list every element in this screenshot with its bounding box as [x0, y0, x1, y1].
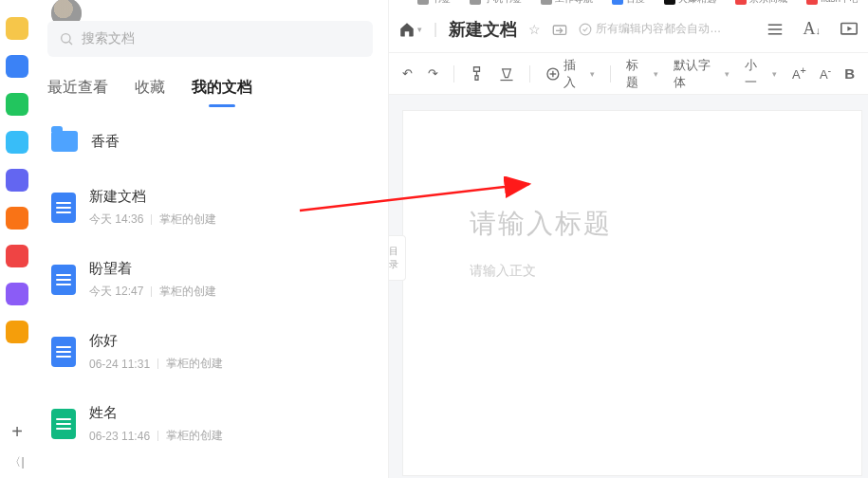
- doc-title: 姓名: [89, 404, 223, 422]
- meta-sep: [157, 358, 158, 369]
- doc-icon: [51, 337, 76, 367]
- editor-toolbar: ↶ ↷ 插入▾ 标题▾ 默认字体▾ 小一▾ A+ A- B: [389, 53, 868, 95]
- outline-tab[interactable]: 目 录: [389, 235, 406, 281]
- check-circle-icon: [579, 23, 592, 36]
- tool-sep: [453, 65, 454, 83]
- svg-point-4: [580, 24, 591, 35]
- doc-icon: [51, 193, 76, 223]
- font-increase-button[interactable]: A+: [792, 64, 806, 82]
- rail-icon-9[interactable]: [6, 321, 28, 343]
- rail-icon-4[interactable]: [6, 131, 28, 154]
- font-style-icon[interactable]: A↓: [803, 19, 822, 39]
- doc-meta: 今天 14:36 掌柜的创建: [89, 211, 216, 228]
- chevron-down-icon: ▾: [417, 25, 422, 34]
- rail-icon-3[interactable]: [6, 93, 28, 116]
- doc-time: 今天 12:47: [89, 284, 143, 300]
- doc-text: 你好 06-24 11:31 掌柜的创建: [89, 332, 223, 372]
- star-icon[interactable]: ☆: [528, 22, 541, 37]
- doc-icon: [51, 409, 76, 439]
- doc-by: 掌柜的创建: [159, 284, 216, 300]
- rail-icon-6[interactable]: [6, 207, 28, 230]
- autosave-status: 所有编辑内容都会自动…: [579, 21, 721, 37]
- rail-bottom: + 〈|: [0, 421, 34, 470]
- doc-time: 今天 14:36: [89, 211, 143, 228]
- font-select[interactable]: 默认字体▾: [674, 57, 729, 91]
- doc-row[interactable]: 你好 06-24 11:31 掌柜的创建: [47, 322, 388, 381]
- rail-icon-1[interactable]: [6, 17, 28, 40]
- sidebar: 搜索文档 最近查看 收藏 我的文档 香香 新建文档 今天 14:36 掌柜的创建: [38, 0, 389, 478]
- svg-marker-9: [847, 26, 852, 30]
- editor-doc-title[interactable]: 新建文档: [449, 18, 517, 41]
- search-icon: [59, 31, 74, 46]
- present-icon[interactable]: [840, 21, 859, 38]
- tool-sep: [529, 65, 530, 83]
- doc-text: 姓名 06-23 11:46 掌柜的创建: [89, 404, 223, 444]
- tab-recent[interactable]: 最近查看: [47, 78, 108, 103]
- editor-page[interactable]: 请输入标题 请输入正文: [402, 110, 862, 476]
- title-sep: |: [434, 21, 437, 38]
- doc-text: 新建文档 今天 14:36 掌柜的创建: [89, 188, 216, 228]
- title-right-actions: A↓: [766, 19, 859, 39]
- file-list: 香香 新建文档 今天 14:36 掌柜的创建 盼望着 今天 12:47 掌柜: [47, 121, 388, 478]
- doc-meta: 06-24 11:31 掌柜的创建: [89, 356, 223, 372]
- doc-by: 掌柜的创建: [166, 356, 223, 372]
- editor-canvas-wrap: 目 录 请输入标题 请输入正文: [389, 95, 868, 478]
- move-icon[interactable]: [552, 23, 567, 36]
- heading-select[interactable]: 标题▾: [626, 57, 658, 91]
- title-actions: ☆ 所有编辑内容都会自动…: [528, 21, 721, 37]
- title-placeholder[interactable]: 请输入标题: [470, 206, 795, 242]
- doc-title: 你好: [89, 332, 223, 350]
- svg-point-0: [62, 34, 70, 43]
- tool-sep: [610, 65, 611, 83]
- folder-row[interactable]: 香香: [47, 121, 388, 161]
- body-placeholder[interactable]: 请输入正文: [470, 263, 795, 280]
- doc-meta: 今天 12:47 掌柜的创建: [89, 284, 216, 300]
- insert-button[interactable]: 插入▾: [545, 57, 595, 91]
- bold-button[interactable]: B: [844, 65, 855, 82]
- doc-time: 06-24 11:31: [89, 358, 150, 371]
- editor-title-row: ▾ | 新建文档 ☆ 所有编辑内容都会自动… A↓: [389, 6, 868, 53]
- svg-line-1: [69, 42, 72, 45]
- meta-sep: [151, 214, 152, 225]
- tab-favorite[interactable]: 收藏: [135, 78, 165, 103]
- home-button[interactable]: ▾: [398, 21, 422, 38]
- size-select[interactable]: 小一▾: [745, 57, 777, 91]
- redo-button[interactable]: ↷: [428, 66, 438, 81]
- doc-row[interactable]: 盼望着 今天 12:47 掌柜的创建: [47, 250, 388, 309]
- doc-row[interactable]: 姓名 06-23 11:46 掌柜的创建: [47, 395, 388, 453]
- doc-title: 盼望着: [89, 260, 216, 278]
- undo-button[interactable]: ↶: [402, 66, 413, 81]
- tab-mydocs[interactable]: 我的文档: [192, 78, 252, 103]
- doc-text: 盼望着 今天 12:47 掌柜的创建: [89, 260, 216, 300]
- sidebar-tabs: 最近查看 收藏 我的文档: [47, 78, 373, 113]
- collapse-icon[interactable]: 〈|: [9, 454, 24, 470]
- format-painter-button[interactable]: [470, 65, 484, 82]
- menu-icon[interactable]: [766, 22, 785, 37]
- meta-sep: [151, 286, 152, 297]
- doc-meta: 06-23 11:46 掌柜的创建: [89, 428, 223, 444]
- rail-icon-7[interactable]: [6, 245, 28, 267]
- toolbar-right: A+ A- B: [792, 64, 855, 82]
- doc-icon: [51, 265, 76, 295]
- clear-format-button[interactable]: [499, 66, 514, 82]
- doc-row[interactable]: 新建文档 今天 14:36 掌柜的创建: [47, 178, 388, 237]
- doc-by: 掌柜的创建: [166, 428, 223, 444]
- plus-circle-icon: [545, 66, 561, 82]
- rail-icon-5[interactable]: [6, 169, 28, 192]
- add-icon[interactable]: +: [11, 421, 23, 443]
- rail-icon-8[interactable]: [6, 283, 28, 305]
- rail-icon-2[interactable]: [6, 55, 28, 78]
- editor-pane: 书签 手机书签 工作导航 百度 火爆精选 京东商城 flash中心 ▾ | 新建…: [389, 0, 868, 478]
- home-icon: [398, 21, 416, 38]
- font-decrease-button[interactable]: A-: [820, 64, 831, 82]
- folder-icon: [51, 131, 78, 152]
- doc-by: 掌柜的创建: [159, 211, 216, 228]
- doc-time: 06-23 11:46: [89, 430, 150, 443]
- search-placeholder: 搜索文档: [82, 30, 135, 47]
- search-input[interactable]: 搜索文档: [47, 21, 373, 57]
- doc-title: 新建文档: [89, 188, 216, 206]
- app-rail: [0, 0, 34, 478]
- meta-sep: [157, 431, 158, 441]
- folder-name: 香香: [91, 133, 120, 151]
